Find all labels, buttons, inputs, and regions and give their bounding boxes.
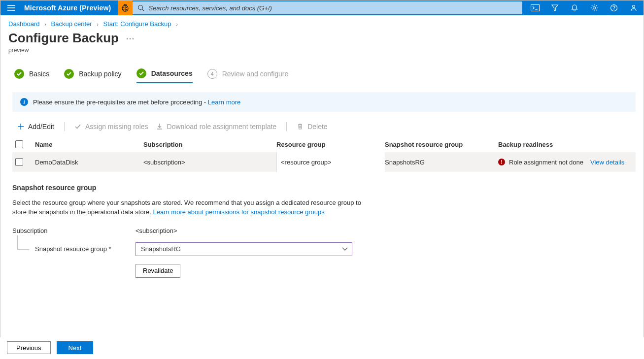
person-feedback-icon: [630, 4, 638, 12]
breadcrumb: Dashboard › Backup center › Start: Confi…: [0, 15, 644, 28]
datasource-table: Name Subscription Resource group Snapsho…: [0, 136, 644, 172]
row-checkbox[interactable]: [15, 158, 23, 166]
download-template-button: Download role assignment template: [154, 122, 279, 131]
trash-icon: [297, 123, 304, 130]
gear-icon: [590, 4, 598, 12]
delete-button: Delete: [295, 122, 329, 131]
feedback-button[interactable]: [624, 0, 644, 15]
breadcrumb-item[interactable]: Dashboard: [8, 20, 40, 28]
help-icon: [610, 4, 618, 12]
col-snapshot-rg: Snapshot resource group: [385, 141, 498, 148]
chevron-down-icon: [342, 247, 348, 251]
svg-point-4: [124, 9, 125, 10]
add-edit-button[interactable]: Add/Edit: [15, 122, 56, 131]
add-edit-label: Add/Edit: [28, 123, 54, 131]
step-label: Datasources: [151, 69, 193, 77]
settings-button[interactable]: [584, 0, 604, 15]
check-icon: [74, 123, 81, 130]
subscription-value: <subscription>: [136, 227, 362, 234]
step-review: 4 Review and configure: [207, 69, 289, 83]
page-title: Configure Backup: [8, 31, 119, 46]
svg-point-5: [126, 9, 127, 10]
hamburger-icon: [7, 5, 15, 11]
view-details-link[interactable]: View details: [590, 159, 624, 166]
wizard-steps: Basics Backup policy Datasources 4 Revie…: [0, 54, 644, 83]
more-actions-button[interactable]: ⋯: [126, 33, 135, 44]
info-icon: i: [20, 98, 28, 106]
svg-point-3: [126, 7, 127, 8]
step-label: Review and configure: [222, 70, 289, 78]
chevron-right-icon: ›: [94, 21, 102, 27]
directory-filter-button[interactable]: [545, 0, 565, 15]
col-subscription: Subscription: [143, 141, 276, 148]
cell-subscription: <subscription>: [143, 159, 276, 166]
chevron-right-icon: ›: [41, 21, 49, 27]
download-icon: [156, 123, 163, 130]
subscription-label: Subscription: [12, 227, 136, 234]
brand-label: Microsoft Azure (Preview): [22, 4, 118, 12]
bug-icon: [121, 3, 130, 12]
next-button[interactable]: Next: [57, 341, 94, 354]
check-icon: [66, 71, 72, 77]
wizard-footer: Previous Next: [0, 337, 644, 359]
step-label: Basics: [29, 70, 49, 78]
cell-snapshot-rg: SnapshotsRG: [385, 159, 498, 166]
revalidate-button[interactable]: Revalidate: [136, 264, 180, 278]
step-basics[interactable]: Basics: [14, 69, 49, 83]
svg-point-2: [124, 7, 125, 8]
snapshot-rg-value: SnapshotsRG: [141, 245, 181, 253]
chevron-right-icon: ›: [173, 21, 181, 27]
svg-point-11: [613, 9, 614, 10]
svg-point-9: [593, 7, 596, 9]
cloud-shell-button[interactable]: [525, 0, 545, 15]
top-icons: [525, 0, 644, 15]
select-all-checkbox[interactable]: [15, 140, 23, 148]
step-datasources[interactable]: Datasources: [136, 68, 193, 83]
svg-point-12: [633, 5, 635, 8]
info-banner: i Please ensure the pre-requisites are m…: [12, 92, 636, 112]
bell-icon: [571, 4, 578, 12]
error-icon: !: [498, 159, 505, 165]
step-label: Backup policy: [79, 70, 121, 78]
cloud-shell-icon: [531, 4, 540, 11]
page-subtitle: preview: [0, 46, 644, 54]
table-header: Name Subscription Resource group Snapsho…: [12, 136, 636, 152]
svg-line-7: [142, 9, 144, 11]
separator: [64, 122, 65, 131]
assign-roles-button: Assign missing roles: [72, 122, 150, 131]
info-text: Please ensure the pre-requisites are met…: [33, 98, 208, 106]
assign-roles-label: Assign missing roles: [85, 123, 148, 131]
snapshot-rg-label: Snapshot resource group *: [12, 245, 136, 253]
separator: [286, 122, 287, 131]
snapshot-learn-more-link[interactable]: Learn more about permissions for snapsho…: [153, 208, 324, 216]
menu-button[interactable]: [0, 0, 22, 15]
previous-button[interactable]: Previous: [7, 341, 51, 354]
cell-readiness: Role assignment not done: [509, 159, 583, 166]
snapshot-section-heading: Snapshot resource group: [12, 184, 363, 192]
step-number: 4: [207, 69, 217, 79]
check-icon: [16, 71, 22, 77]
search-box[interactable]: [133, 1, 522, 14]
svg-point-6: [138, 5, 143, 10]
search-input[interactable]: [148, 4, 517, 12]
search-icon: [137, 4, 144, 11]
table-row[interactable]: DemoDataDisk <subscription> <resource gr…: [12, 152, 636, 172]
info-learn-more-link[interactable]: Learn more: [208, 98, 240, 106]
step-backup-policy[interactable]: Backup policy: [64, 69, 121, 83]
svg-rect-8: [531, 5, 540, 11]
col-readiness: Backup readiness: [498, 141, 633, 148]
plus-icon: [17, 123, 24, 130]
delete-label: Delete: [307, 123, 327, 131]
check-icon: [138, 70, 144, 76]
filter-icon: [551, 4, 559, 12]
breadcrumb-item[interactable]: Backup center: [51, 20, 92, 28]
notifications-button[interactable]: [565, 0, 584, 15]
breadcrumb-item[interactable]: Start: Configure Backup: [103, 20, 171, 28]
cell-resource-group: <resource group>: [276, 152, 385, 172]
col-resource-group: Resource group: [276, 141, 385, 148]
top-bar: Microsoft Azure (Preview): [0, 0, 644, 15]
snapshot-rg-dropdown[interactable]: SnapshotsRG: [136, 242, 352, 256]
help-button[interactable]: [604, 0, 624, 15]
preview-bug-button[interactable]: [118, 0, 133, 15]
cell-name: DemoDataDisk: [35, 159, 143, 166]
